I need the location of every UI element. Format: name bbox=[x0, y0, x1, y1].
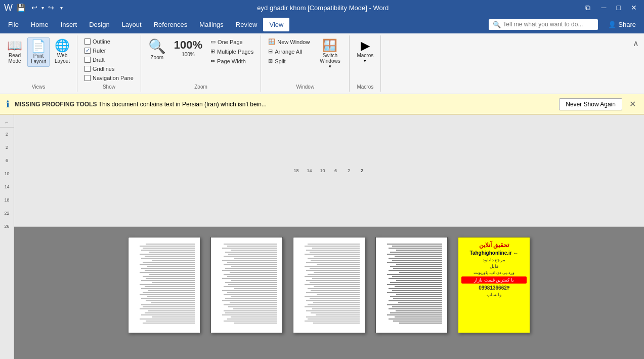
ruler-checkbox[interactable]: Ruler bbox=[81, 47, 137, 55]
ruler-6: 6 bbox=[329, 168, 342, 173]
one-page-button[interactable]: ▭ One Page bbox=[207, 37, 256, 46]
ribbon-group-views: 📖 ReadMode 📄 PrintLayout 🌐 WebLayout Vie… bbox=[0, 35, 77, 92]
minimize-button[interactable]: ─ bbox=[598, 3, 610, 13]
page-width-icon: ⇔ bbox=[210, 58, 215, 64]
ruler-2: 2 bbox=[342, 168, 356, 173]
macros-button[interactable]: ▶ Macros ▾ bbox=[354, 37, 376, 65]
window-content: 🪟 New Window ⊟ Arrange All ⊠ Split 🪟 Swi… bbox=[265, 37, 345, 82]
new-window-button[interactable]: 🪟 New Window bbox=[265, 37, 313, 46]
search-icon: 🔍 bbox=[493, 21, 501, 28]
undo-button[interactable]: ↩ bbox=[29, 3, 39, 13]
views-buttons: 📖 ReadMode 📄 PrintLayout 🌐 WebLayout bbox=[4, 37, 73, 82]
print-layout-button[interactable]: 📄 PrintLayout bbox=[27, 37, 50, 67]
zoom-group-label: Zoom bbox=[145, 82, 256, 90]
side-ruler-14: 14 bbox=[4, 180, 9, 193]
split-button[interactable]: ⊠ Split bbox=[265, 57, 313, 65]
page-2 bbox=[210, 237, 283, 333]
ad-ref-text: مرجع دانلود bbox=[483, 257, 506, 262]
window-col1: 🪟 New Window ⊟ Arrange All ⊠ Split bbox=[265, 37, 313, 65]
draft-checkbox[interactable]: Draft bbox=[81, 56, 137, 64]
macros-content: ▶ Macros ▾ bbox=[354, 37, 376, 82]
ruler-corner: ⌐ bbox=[0, 116, 14, 128]
ribbon: 📖 ReadMode 📄 PrintLayout 🌐 WebLayout Vie… bbox=[0, 33, 644, 94]
read-mode-icon: 📖 bbox=[7, 39, 22, 52]
show-checkboxes: Outline Ruler Draft Gridlines bbox=[81, 37, 137, 82]
arrange-all-button[interactable]: ⊟ Arrange All bbox=[265, 47, 313, 56]
menu-view[interactable]: View bbox=[263, 18, 289, 31]
notification-close-button[interactable]: ✕ bbox=[627, 99, 638, 109]
ruler-checkbox-icon bbox=[84, 48, 91, 54]
nav-pane-checkbox[interactable]: Navigation Pane bbox=[81, 74, 137, 82]
views-group-label: Views bbox=[4, 82, 73, 90]
read-mode-button[interactable]: 📖 ReadMode bbox=[4, 37, 25, 66]
ribbon-group-zoom: 🔍 Zoom 100% 100% ▭ One Page ⊞ Multiple P… bbox=[141, 35, 261, 92]
page-width-button[interactable]: ⇔ Page Width bbox=[207, 57, 256, 65]
main-column: 18 14 10 6 2 2 bbox=[14, 114, 644, 359]
outline-checkbox[interactable]: Outline bbox=[81, 37, 137, 46]
ruler-2r: 2 bbox=[356, 168, 369, 173]
ribbon-group-window: 🪟 New Window ⊟ Arrange All ⊠ Split 🪟 Swi… bbox=[261, 35, 350, 92]
one-page-icon: ▭ bbox=[210, 38, 216, 45]
notification-title: MISSING PROOFING TOOLS bbox=[15, 101, 97, 108]
show-group-label: Show bbox=[81, 82, 137, 90]
search-input[interactable] bbox=[503, 21, 594, 28]
menu-review[interactable]: Review bbox=[230, 18, 264, 31]
app-window: W 💾 ↩ ▾ ↪ ▾ eyd ghadir khom [Compatibili… bbox=[0, 0, 644, 359]
multiple-pages-button[interactable]: ⊞ Multiple Pages bbox=[207, 47, 256, 56]
word-icon: W bbox=[4, 3, 13, 13]
new-window-icon: 🪟 bbox=[268, 38, 275, 45]
person-icon: 👤 bbox=[608, 21, 616, 28]
menu-mailings[interactable]: Mailings bbox=[193, 18, 230, 31]
title-bar-controls: ⧉ ─ □ ✕ bbox=[581, 3, 640, 13]
close-button[interactable]: ✕ bbox=[628, 3, 640, 13]
ribbon-collapse-area: ∧ bbox=[628, 35, 644, 92]
draft-checkbox-icon bbox=[84, 57, 91, 63]
ruler-18: 18 bbox=[290, 168, 303, 173]
gridlines-checkbox[interactable]: Gridlines bbox=[81, 65, 137, 73]
document-area[interactable]: تحقیق آنلاین Tahghighonline.ir ← مرجع دا… bbox=[14, 227, 644, 359]
side-ruler: ⌐ 2 2 6 10 14 18 22 26 bbox=[0, 114, 14, 359]
redo-button[interactable]: ↪ bbox=[46, 3, 56, 13]
page-3 bbox=[293, 237, 365, 333]
switch-windows-button[interactable]: 🪟 SwitchWindows ▾ bbox=[315, 37, 345, 71]
menu-references[interactable]: References bbox=[148, 18, 193, 31]
web-layout-button[interactable]: 🌐 WebLayout bbox=[52, 37, 73, 66]
document-title: eyd ghadir khom [Compatibility Mode] - W… bbox=[65, 4, 581, 12]
search-box[interactable]: 🔍 bbox=[489, 19, 598, 30]
page-4-content bbox=[380, 242, 443, 329]
menu-insert[interactable]: Insert bbox=[55, 18, 83, 31]
menu-file[interactable]: File bbox=[2, 18, 25, 31]
ruler-10: 10 bbox=[316, 168, 329, 173]
ad-title-text: تحقیق آنلاین bbox=[479, 242, 509, 249]
restore-window-button[interactable]: ⧉ bbox=[581, 3, 594, 13]
ruler-14: 14 bbox=[303, 168, 316, 173]
maximize-button[interactable]: □ bbox=[614, 3, 624, 13]
page-4 bbox=[375, 237, 448, 333]
outline-checkbox-icon bbox=[84, 38, 91, 45]
notification-bar: ℹ MISSING PROOFING TOOLS This document c… bbox=[0, 94, 644, 114]
customize-quick-access-button[interactable]: ▾ bbox=[58, 4, 65, 12]
ad-site-text: Tahghighonline.ir ← bbox=[470, 250, 519, 256]
macros-icon: ▶ bbox=[361, 39, 370, 52]
multiple-pages-icon: ⊞ bbox=[210, 48, 215, 55]
menu-design[interactable]: Design bbox=[83, 18, 115, 31]
quick-access-toolbar: W 💾 ↩ ▾ ↪ ▾ bbox=[4, 3, 65, 13]
save-button[interactable]: 💾 bbox=[15, 3, 27, 13]
zoom-content: 🔍 Zoom 100% 100% ▭ One Page ⊞ Multiple P… bbox=[145, 37, 256, 82]
undo-dropdown-button[interactable]: ▾ bbox=[41, 5, 44, 11]
arrange-all-icon: ⊟ bbox=[268, 48, 273, 55]
menu-layout[interactable]: Layout bbox=[116, 18, 148, 31]
ribbon-collapse-button[interactable]: ∧ bbox=[630, 37, 642, 49]
web-layout-icon: 🌐 bbox=[55, 39, 70, 52]
notification-detail: This document contains text in Persian (… bbox=[99, 101, 267, 108]
nav-pane-checkbox-icon bbox=[84, 75, 91, 81]
ribbon-group-macros: ▶ Macros ▾ Macros bbox=[350, 35, 381, 92]
ribbon-group-show: Outline Ruler Draft Gridlines bbox=[77, 35, 141, 92]
menu-home[interactable]: Home bbox=[25, 18, 55, 31]
share-button[interactable]: 👤 Share bbox=[602, 19, 642, 30]
menu-bar: File Home Insert Design Layout Reference… bbox=[0, 15, 644, 33]
zoom-100-button[interactable]: 100% 100% bbox=[171, 37, 205, 59]
zoom-button[interactable]: 🔍 Zoom bbox=[145, 37, 169, 62]
never-show-again-button[interactable]: Never Show Again bbox=[559, 98, 622, 110]
notification-text: MISSING PROOFING TOOLS This document con… bbox=[15, 101, 554, 108]
